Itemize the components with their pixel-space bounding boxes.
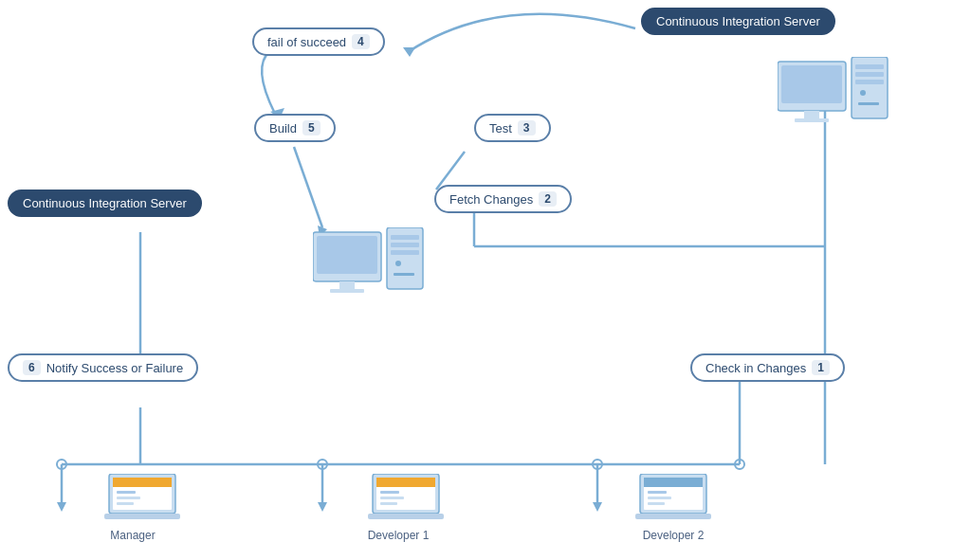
svg-rect-41 (391, 235, 419, 240)
step3-label: Test 3 (474, 114, 551, 142)
svg-rect-39 (330, 289, 364, 293)
developer1-label: Developer 1 (351, 529, 446, 542)
svg-rect-37 (317, 236, 377, 274)
svg-rect-38 (339, 281, 355, 289)
svg-point-44 (395, 261, 401, 266)
step5-num: 5 (302, 120, 321, 135)
step6-text: Notify Success or Failure (46, 361, 184, 375)
svg-rect-48 (113, 478, 172, 487)
step4-num: 4 (352, 34, 370, 49)
svg-marker-11 (593, 502, 602, 512)
step1-num: 1 (812, 360, 830, 375)
svg-rect-28 (804, 111, 819, 118)
svg-line-14 (294, 147, 322, 227)
manager-label: Manager (95, 529, 171, 542)
step4-label: fail of succeed 4 (252, 27, 385, 56)
svg-point-20 (318, 460, 327, 469)
svg-rect-31 (855, 64, 884, 69)
svg-rect-65 (648, 502, 665, 505)
svg-marker-18 (403, 47, 415, 57)
svg-rect-52 (104, 514, 180, 519)
svg-line-16 (436, 152, 465, 190)
server-icon-center (313, 227, 427, 335)
svg-rect-62 (644, 478, 703, 487)
svg-rect-45 (394, 273, 414, 276)
svg-point-34 (860, 90, 866, 96)
svg-rect-51 (117, 502, 134, 505)
developer2-label: Developer 2 (626, 529, 721, 542)
svg-rect-42 (391, 243, 419, 247)
step4-text: fail of succeed (267, 35, 346, 49)
step3-text: Test (489, 121, 512, 135)
svg-rect-56 (380, 491, 399, 494)
step3-num: 3 (518, 120, 536, 135)
step6-num: 6 (23, 360, 41, 375)
step6-label: 6 Notify Success or Failure (8, 353, 198, 382)
ci-server-top-label: Continuous Integration Server (641, 8, 835, 35)
ci-server-top-text: Continuous Integration Server (656, 14, 820, 28)
step1-label: Check in Changes 1 (690, 353, 845, 382)
svg-rect-57 (380, 497, 404, 499)
svg-rect-63 (648, 491, 667, 494)
laptop-manager (104, 474, 180, 530)
svg-rect-33 (855, 80, 884, 84)
laptop-developer2 (635, 474, 711, 530)
svg-rect-58 (380, 502, 397, 505)
svg-rect-29 (795, 118, 829, 122)
laptop-developer1 (368, 474, 444, 530)
svg-rect-55 (376, 478, 435, 487)
ci-server-left-text: Continuous Integration Server (23, 196, 187, 210)
diagram: Continuous Integration Server fail of su… (0, 0, 971, 560)
svg-point-22 (735, 460, 744, 469)
svg-point-19 (57, 460, 66, 469)
step1-text: Check in Changes (705, 361, 806, 375)
step5-text: Build (269, 121, 297, 135)
svg-rect-49 (117, 491, 136, 494)
svg-marker-7 (57, 502, 66, 512)
step2-num: 2 (539, 191, 557, 207)
svg-rect-35 (858, 102, 879, 105)
server-icon-top-right (778, 57, 891, 165)
step2-text: Fetch Changes (449, 192, 533, 207)
svg-point-21 (593, 460, 602, 469)
svg-rect-59 (368, 514, 444, 519)
ci-server-left-label: Continuous Integration Server (8, 190, 202, 217)
svg-rect-43 (391, 250, 419, 255)
svg-rect-27 (781, 65, 842, 103)
step2-label: Fetch Changes 2 (434, 185, 572, 213)
svg-rect-66 (635, 514, 711, 519)
svg-rect-50 (117, 497, 140, 499)
svg-rect-32 (855, 72, 884, 77)
svg-marker-9 (318, 502, 327, 512)
svg-rect-64 (648, 497, 671, 499)
step5-label: Build 5 (254, 114, 336, 142)
